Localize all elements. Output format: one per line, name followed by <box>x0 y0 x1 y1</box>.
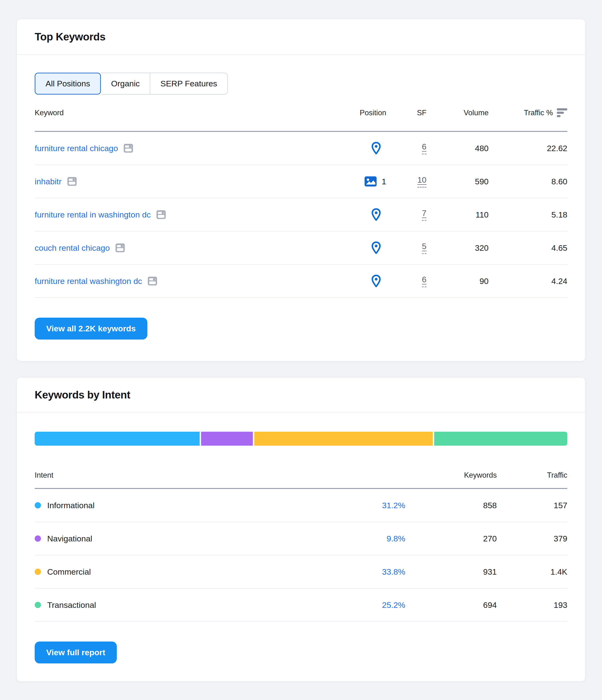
transactional-dot-icon <box>35 602 41 608</box>
view-all-keywords-button[interactable]: View all 2.2K keywords <box>35 318 147 340</box>
keyword-text: furniture rental chicago <box>35 144 118 153</box>
intent-percent-link[interactable]: 9.8% <box>387 534 406 543</box>
col-header-traffic: Traffic % <box>488 108 567 117</box>
traffic-value: 5.18 <box>488 210 567 220</box>
sf-value[interactable]: 10 <box>417 175 427 188</box>
table-row: inhabitr 1 10 590 8.60 <box>35 165 567 198</box>
volume-value: 480 <box>427 144 488 153</box>
section-title: Keywords by Intent <box>35 389 130 401</box>
intent-stacked-bar <box>35 432 567 446</box>
col-header-intent: Intent <box>35 471 309 480</box>
location-pin-icon[interactable] <box>371 241 381 255</box>
serp-snapshot-icon[interactable] <box>67 176 77 187</box>
volume-value: 90 <box>427 276 488 286</box>
keyword-link[interactable]: couch rental chicago <box>35 242 126 253</box>
intent-label: Informational <box>47 501 95 510</box>
keywords-count: 270 <box>405 534 497 543</box>
table-row: Commercial 33.8% 931 1.4K <box>35 555 567 589</box>
table-row: furniture rental washington dc 6 90 4.24 <box>35 265 567 298</box>
sf-value[interactable]: 7 <box>422 208 427 221</box>
table-row: furniture rental chicago 6 480 22.62 <box>35 132 567 165</box>
location-pin-icon[interactable] <box>371 208 381 221</box>
sf-value[interactable]: 5 <box>422 242 427 254</box>
informational-dot-icon <box>35 502 41 508</box>
sf-value[interactable]: 6 <box>422 142 427 154</box>
keywords-by-intent-header: Keywords by Intent <box>17 378 585 412</box>
traffic-value: 8.60 <box>488 177 567 186</box>
table-row: Transactional 25.2% 694 193 <box>35 589 567 622</box>
keywords-table-header: Keyword Position SF Volume Traffic % <box>35 95 567 132</box>
intent-bar-segment-transactional[interactable] <box>434 432 567 446</box>
top-keywords-header: Top Keywords <box>17 19 585 55</box>
position-value: 1 <box>382 177 386 186</box>
top-keywords-card: Top Keywords All Positions Organic SERP … <box>16 19 586 361</box>
traffic-value: 22.62 <box>488 144 567 153</box>
keywords-count: 694 <box>405 600 497 610</box>
sort-descending-icon[interactable] <box>557 108 567 117</box>
table-row: Informational 31.2% 858 157 <box>35 489 567 522</box>
col-header-position: Position <box>314 108 386 117</box>
keyword-text: furniture rental in washington dc <box>35 210 151 220</box>
volume-value: 110 <box>427 210 488 220</box>
traffic-count: 193 <box>497 600 567 610</box>
keywords-table: Keyword Position SF Volume Traffic % fur… <box>35 95 567 298</box>
top-keywords-body: All Positions Organic SERP Features Keyw… <box>17 55 585 361</box>
col-header-keyword: Keyword <box>35 108 314 117</box>
position-tabs: All Positions Organic SERP Features <box>35 73 228 95</box>
sf-value[interactable]: 6 <box>422 275 427 287</box>
page-title: Top Keywords <box>35 31 105 43</box>
navigational-dot-icon <box>35 535 41 542</box>
serp-snapshot-icon[interactable] <box>147 276 158 286</box>
keyword-link[interactable]: furniture rental in washington dc <box>35 209 167 220</box>
intent-bar-segment-commercial[interactable] <box>254 432 433 446</box>
keywords-count: 931 <box>405 567 497 577</box>
intent-percent-link[interactable]: 33.8% <box>382 567 405 576</box>
tab-serp-features[interactable]: SERP Features <box>150 73 228 95</box>
commercial-dot-icon <box>35 569 41 575</box>
intent-table-header: Intent Keywords Traffic <box>35 462 567 489</box>
keyword-text: furniture rental washington dc <box>35 276 142 286</box>
traffic-count: 1.4K <box>497 567 567 577</box>
traffic-count: 379 <box>497 534 567 543</box>
keyword-link[interactable]: furniture rental chicago <box>35 143 134 154</box>
keyword-text: inhabitr <box>35 177 62 186</box>
intent-label: Commercial <box>47 567 91 577</box>
location-pin-icon[interactable] <box>371 274 381 288</box>
table-row: furniture rental in washington dc 7 110 … <box>35 198 567 231</box>
view-full-report-button[interactable]: View full report <box>35 642 117 664</box>
keywords-by-intent-card: Keywords by Intent Intent Keywords Traff… <box>16 377 586 682</box>
intent-label: Transactional <box>47 600 96 610</box>
col-header-traffic-label: Traffic % <box>524 108 553 117</box>
intent-percent-link[interactable]: 25.2% <box>382 600 405 609</box>
table-row: couch rental chicago 5 320 4.65 <box>35 231 567 265</box>
tab-organic[interactable]: Organic <box>101 73 150 95</box>
col-header-sf: SF <box>386 108 427 117</box>
serp-snapshot-icon[interactable] <box>155 209 167 220</box>
location-pin-icon[interactable] <box>371 142 381 155</box>
keywords-by-intent-body: Intent Keywords Traffic Informational 31… <box>17 432 585 681</box>
tab-all-positions[interactable]: All Positions <box>35 73 101 95</box>
traffic-value: 4.24 <box>488 276 567 286</box>
serp-snapshot-icon[interactable] <box>123 143 134 154</box>
image-pack-icon[interactable] <box>364 176 377 187</box>
intent-label: Navigational <box>47 534 92 543</box>
serp-snapshot-icon[interactable] <box>115 242 126 253</box>
keyword-link[interactable]: inhabitr <box>35 176 77 187</box>
keywords-count: 858 <box>405 501 497 510</box>
col-header-traffic: Traffic <box>497 471 567 480</box>
keyword-text: couch rental chicago <box>35 243 110 253</box>
intent-bar-segment-navigational[interactable] <box>201 432 253 446</box>
col-header-keywords: Keywords <box>405 471 497 480</box>
intent-bar-segment-informational[interactable] <box>35 432 200 446</box>
traffic-count: 157 <box>497 501 567 510</box>
table-row: Navigational 9.8% 270 379 <box>35 522 567 555</box>
keyword-link[interactable]: furniture rental washington dc <box>35 276 158 286</box>
volume-value: 590 <box>427 177 488 186</box>
col-header-volume: Volume <box>427 108 488 117</box>
intent-percent-link[interactable]: 31.2% <box>382 501 405 510</box>
traffic-value: 4.65 <box>488 243 567 253</box>
volume-value: 320 <box>427 243 488 253</box>
